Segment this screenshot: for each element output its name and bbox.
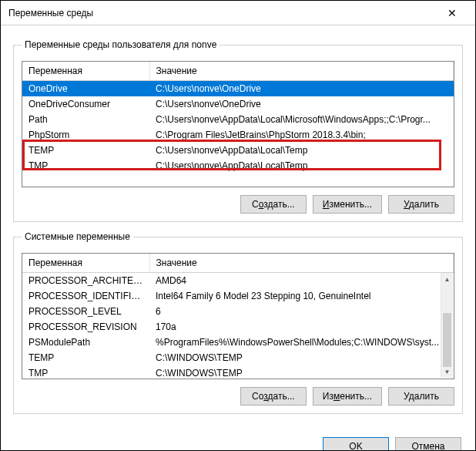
table-row[interactable]: PhpStorm C:\Program Files\JetBrains\PhpS… [22,127,454,143]
table-row[interactable]: TEMP C:\Users\nonve\AppData\Local\Temp [22,143,454,158]
table-row[interactable]: PROCESSOR_REVISION 170a [22,319,454,335]
close-icon: ✕ [448,7,457,19]
var-value: C:\Users\nonve\AppData\Local\Temp [149,143,454,158]
dialog-footer: OK Отмена [1,429,475,451]
table-row[interactable]: PROCESSOR_LEVEL 6 [22,304,454,319]
table-row[interactable]: PROCESSOR_IDENTIFIER Intel64 Family 6 Mo… [22,288,454,304]
user-variables-table[interactable]: Переменная Значение OneDrive C:\Users\no… [22,62,454,173]
table-row[interactable]: TEMP C:\WINDOWS\TEMP [22,350,454,365]
var-value: %ProgramFiles%\WindowsPowerShell\Modules… [149,335,454,350]
system-variables-table-wrap: Переменная Значение PROCESSOR_ARCHITECTU… [22,253,454,379]
scroll-up-icon[interactable]: ▲ [441,273,453,285]
close-button[interactable]: ✕ [437,2,468,24]
table-row[interactable]: PSModulePath %ProgramFiles%\WindowsPower… [22,335,454,350]
var-name: TMP [22,365,149,380]
table-row[interactable]: PROCESSOR_ARCHITECTURE AMD64 [22,272,454,288]
table-row[interactable]: TMP C:\Users\nonve\AppData\Local\Temp [22,158,454,173]
var-name: Path [22,112,149,127]
table-row[interactable]: OneDrive C:\Users\nonve\OneDrive [22,80,454,96]
sys-new-button[interactable]: Создать... [240,387,307,406]
var-value: 170a [149,319,454,335]
dialog-content: Переменные среды пользователя для nonve … [1,25,475,429]
sys-buttons-row: Создать... Изменить... Удалить [22,387,454,406]
titlebar: Переменные среды ✕ [1,1,475,25]
var-name: OneDriveConsumer [22,96,149,112]
sys-edit-button[interactable]: Изменить... [313,387,382,406]
var-value: C:\WINDOWS\TEMP [149,365,454,380]
var-name: PROCESSOR_LEVEL [22,304,149,319]
user-new-button[interactable]: Создать... [240,195,307,214]
table-row[interactable]: Path C:\Users\nonve\AppData\Local\Micros… [22,112,454,127]
sys-scrollbar[interactable]: ▲ ▼ [441,273,453,378]
user-buttons-row: Создать... Изменить... Удалить [22,195,454,214]
scroll-thumb[interactable] [443,313,451,367]
system-variables-group: Системные переменные Переменная Значение… [13,231,463,414]
user-col-value[interactable]: Значение [149,62,454,80]
cancel-button[interactable]: Отмена [395,437,461,451]
user-variables-group: Переменные среды пользователя для nonve … [13,39,463,222]
var-name: TEMP [22,143,149,158]
var-name: TMP [22,158,149,173]
var-value: C:\Users\nonve\AppData\Local\Temp [149,158,454,173]
sys-group-legend: Системные переменные [22,231,133,242]
user-group-legend: Переменные среды пользователя для nonve [22,39,220,50]
system-variables-table[interactable]: Переменная Значение PROCESSOR_ARCHITECTU… [22,254,454,379]
var-name: PROCESSOR_ARCHITECTURE [22,272,149,288]
user-col-variable[interactable]: Переменная [22,62,149,80]
var-name: TEMP [22,350,149,365]
var-value: AMD64 [149,272,454,288]
var-value: C:\WINDOWS\TEMP [149,350,454,365]
var-name: OneDrive [22,80,149,96]
table-row[interactable]: TMP C:\WINDOWS\TEMP [22,365,454,380]
sys-col-value[interactable]: Значение [149,254,454,272]
var-value: 6 [149,304,454,319]
var-value: C:\Program Files\JetBrains\PhpStorm 2018… [149,127,454,143]
var-value: C:\Users\nonve\AppData\Local\Microsoft\W… [149,112,454,127]
var-name: PROCESSOR_REVISION [22,319,149,335]
var-name: PROCESSOR_IDENTIFIER [22,288,149,304]
user-delete-button[interactable]: Удалить [388,195,454,214]
user-edit-button[interactable]: Изменить... [313,195,382,214]
var-name: PhpStorm [22,127,149,143]
var-value: Intel64 Family 6 Model 23 Stepping 10, G… [149,288,454,304]
var-value: C:\Users\nonve\OneDrive [149,80,454,96]
window-title: Переменные среды [8,8,437,19]
user-variables-table-wrap: Переменная Значение OneDrive C:\Users\no… [22,61,454,187]
sys-delete-button[interactable]: Удалить [388,387,454,406]
table-row[interactable]: OneDriveConsumer C:\Users\nonve\OneDrive [22,96,454,112]
scroll-down-icon[interactable]: ▼ [441,365,453,378]
sys-col-variable[interactable]: Переменная [22,254,149,272]
var-name: PSModulePath [22,335,149,350]
ok-button[interactable]: OK [323,437,389,451]
var-value: C:\Users\nonve\OneDrive [149,96,454,112]
